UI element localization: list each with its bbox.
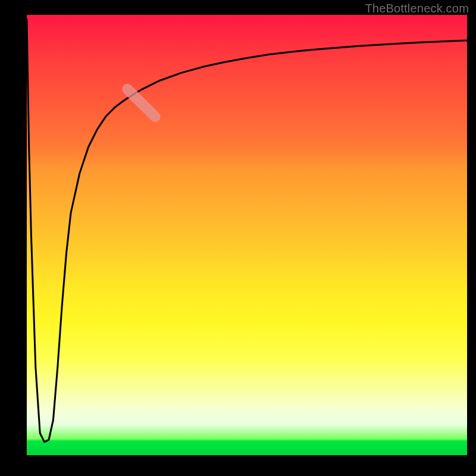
plot-area — [27, 15, 467, 455]
attribution-label: TheBottleneck.com — [365, 2, 469, 15]
highlight-pill — [120, 82, 162, 124]
chart-frame: TheBottleneck.com — [0, 0, 476, 476]
curve-line — [27, 19, 467, 441]
curve-layer — [27, 15, 467, 455]
